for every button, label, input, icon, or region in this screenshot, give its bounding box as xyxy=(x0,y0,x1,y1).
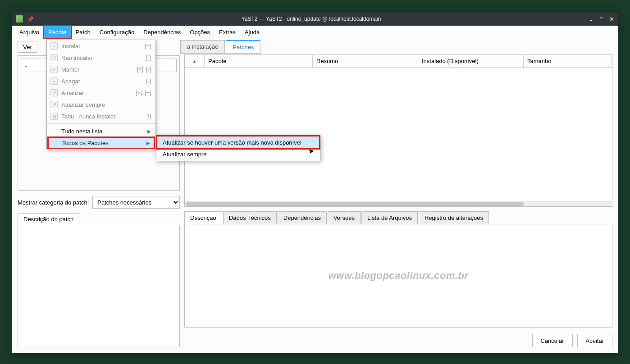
bottom-tabs: Descrição Dados Técnicos Dependências Ve… xyxy=(184,211,612,224)
horizontal-scrollbar[interactable] xyxy=(185,201,612,206)
watermark-text: www.blogopcaolinux.com.br xyxy=(328,270,468,282)
th-tamanho[interactable]: Tamanho xyxy=(524,55,612,67)
package-table: ▲ Pacote Resumo Instalado (Disponível) T… xyxy=(184,55,612,207)
desc-tabs: Descrição do patch xyxy=(18,213,180,225)
chevron-right-icon: ▶ xyxy=(147,129,151,134)
dd-manter: ✓ Manter [<], [-] xyxy=(47,64,155,75)
update-always-icon: ↗ xyxy=(50,101,58,108)
minus-icon: − xyxy=(50,77,58,85)
dropdown-separator xyxy=(47,123,155,124)
window-title: YaST2 — YaST2 - online_update @ localhos… xyxy=(34,16,589,22)
menu-configuracao[interactable]: Configuração xyxy=(95,26,139,39)
dd-instalar: + Instalar [+] xyxy=(47,40,155,52)
window-controls: ⌄ ⌃ ✕ xyxy=(589,16,614,23)
tab-lista-arquivos[interactable]: Lista de Arquivos xyxy=(361,211,418,224)
highlight-todos-pacotes: Todos os Pacotes ▶ xyxy=(48,137,155,149)
chevron-right-icon: ▶ xyxy=(146,141,150,146)
maximize-icon[interactable]: ⌃ xyxy=(599,16,604,23)
titlebar: 📌 YaST2 — YaST2 - online_update @ localh… xyxy=(12,12,618,26)
menu-patch[interactable]: Patch xyxy=(71,26,95,39)
dd-tabu: ⊘ Tabu - nunca instalar [!] xyxy=(47,110,155,122)
th-pacote[interactable]: Pacote xyxy=(205,55,313,67)
scrollbar-thumb[interactable] xyxy=(186,202,524,206)
dd-nao-instalar: □ Não instalar [-] xyxy=(47,52,155,64)
patch-category-select[interactable]: Patches necessários xyxy=(92,196,180,209)
footer-buttons: Cancelar Aceitar xyxy=(184,334,612,347)
top-tabs: a instalação Patches xyxy=(180,40,261,54)
th-sort[interactable]: ▲ xyxy=(185,55,205,67)
menu-opcoes[interactable]: Opções xyxy=(185,26,215,39)
sort-asc-icon: ▲ xyxy=(192,59,196,64)
patch-description-area xyxy=(18,225,180,347)
th-instalado[interactable]: Instalado (Disponível) xyxy=(418,55,524,67)
tab-versoes[interactable]: Versões xyxy=(328,211,361,224)
menu-ajuda[interactable]: Ajuda xyxy=(240,26,264,39)
close-icon[interactable]: ✕ xyxy=(609,16,614,23)
update-icon: ↗ xyxy=(50,89,58,96)
table-header: ▲ Pacote Resumo Instalado (Disponível) T… xyxy=(185,55,612,68)
tab-desc-patch[interactable]: Descrição do patch xyxy=(18,213,79,225)
patch-category-label: Mostrar categoria do patch: xyxy=(18,199,89,206)
tab-dependencias[interactable]: Dependências xyxy=(278,211,327,224)
app-icon xyxy=(16,15,23,23)
menu-arquivo[interactable]: Arquivo xyxy=(15,26,44,39)
todos-pacotes-submenu: Atualizar se houver uma versão mais nova… xyxy=(156,135,320,161)
tab-install-summary[interactable]: a instalação xyxy=(180,40,225,53)
tab-dados-tecnicos[interactable]: Dados Técnicos xyxy=(223,211,277,224)
chevron-down-icon: ⌄ xyxy=(24,63,27,68)
plus-icon: + xyxy=(50,42,58,50)
menubar: Arquivo Pacote Patch Configuração Depend… xyxy=(12,26,618,39)
pacote-dropdown: + Instalar [+] □ Não instalar [-] ✓ Mant… xyxy=(46,40,156,150)
dd-apagar: − Apagar [-] xyxy=(47,75,155,87)
dd-atualizar-sempre: ↗ Atualizar sempre xyxy=(47,99,155,110)
sm-atualizar-sempre[interactable]: Atualizar sempre xyxy=(157,148,319,160)
pin-icon[interactable]: 📌 xyxy=(27,16,34,22)
square-icon: □ xyxy=(50,54,58,61)
th-resumo[interactable]: Resumo xyxy=(313,55,418,67)
sm-atualizar-nova-versao[interactable]: Atualizar se houver uma versão mais nova… xyxy=(157,136,319,148)
tab-patches[interactable]: Patches xyxy=(226,40,260,53)
view-button[interactable]: Ver xyxy=(18,41,37,53)
menu-dependencias[interactable]: Dependências xyxy=(139,26,185,39)
accept-button[interactable]: Aceitar xyxy=(577,334,612,347)
dd-atualizar: ↗ Atualizar [>], [+] xyxy=(47,87,155,99)
cancel-button[interactable]: Cancelar xyxy=(532,334,573,347)
menu-pacote[interactable]: Pacote xyxy=(44,26,71,39)
tab-descricao[interactable]: Descrição xyxy=(184,211,222,224)
tab-registro-alteracoes[interactable]: Registro de alterações xyxy=(419,211,489,224)
highlight-atualizar-nova-versao: Atualizar se houver uma versão mais nova… xyxy=(157,136,319,148)
patch-category-row: Mostrar categoria do patch: Patches nece… xyxy=(18,196,180,209)
right-column: ▲ Pacote Resumo Instalado (Disponível) T… xyxy=(184,55,612,347)
minimize-icon[interactable]: ⌄ xyxy=(589,16,593,23)
menu-extras[interactable]: Extras xyxy=(215,26,240,39)
dd-todos-os-pacotes[interactable]: Todos os Pacotes ▶ xyxy=(48,137,155,149)
description-box: www.blogopcaolinux.com.br xyxy=(184,224,612,328)
taboo-icon: ⊘ xyxy=(50,113,58,120)
check-icon: ✓ xyxy=(50,66,58,73)
dd-tudo-nesta-lista[interactable]: Tudo nesta lista ▶ xyxy=(47,125,155,137)
table-body xyxy=(185,68,612,201)
